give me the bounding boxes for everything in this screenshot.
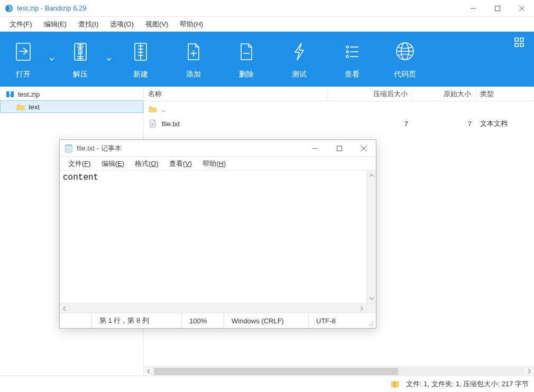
svg-point-26	[346, 55, 348, 58]
resize-grip-icon[interactable]	[365, 313, 376, 328]
notepad-menu-view[interactable]: 查看(V)	[165, 157, 196, 170]
menu-file[interactable]: 文件(F)	[4, 17, 38, 31]
svg-rect-32	[520, 38, 523, 41]
col-name[interactable]: 名称	[144, 87, 328, 101]
minimize-button[interactable]	[461, 0, 485, 17]
col-compressed[interactable]: 压缩后大小	[328, 87, 412, 101]
notepad-text-area[interactable]: content	[60, 171, 366, 303]
svg-point-54	[369, 325, 370, 326]
notepad-close-button[interactable]	[352, 140, 376, 157]
col-original[interactable]: 原始大小	[412, 87, 476, 101]
notepad-status-eol: Windows (CRLF)	[224, 313, 308, 328]
notepad-status-zoom: 100%	[181, 313, 224, 328]
col-type[interactable]: 类型	[476, 87, 534, 101]
toolbar-extract-dropdown[interactable]	[104, 32, 114, 87]
folder-up-icon	[148, 104, 158, 114]
row-up-name: ..	[162, 105, 165, 113]
notepad-menu-file[interactable]: 文件(F)	[64, 157, 95, 170]
svg-point-55	[372, 323, 373, 324]
tree-root-label: test.zip	[18, 90, 40, 98]
svg-rect-34	[520, 43, 523, 46]
notepad-window[interactable]: file.txt - 记事本 文件(F) 编辑(E) 格式(O) 查看(V) 帮…	[59, 139, 376, 329]
menu-view[interactable]: 视图(V)	[140, 17, 173, 31]
svg-point-53	[371, 325, 372, 326]
folder-icon	[16, 102, 25, 111]
vscroll-down-icon[interactable]	[367, 294, 376, 303]
maximize-button[interactable]	[485, 0, 510, 17]
notepad-body: content	[60, 171, 376, 304]
menu-options[interactable]: 选项(O)	[105, 17, 139, 31]
hscroll-right-icon[interactable]	[357, 304, 366, 313]
notepad-status-position: 第 1 行，第 8 列	[91, 313, 181, 328]
notepad-menu-help[interactable]: 帮助(H)	[198, 157, 230, 170]
toolbar-test[interactable]: 测试	[273, 32, 326, 87]
toolbar-open[interactable]: 打开	[0, 32, 47, 87]
new-icon	[130, 38, 151, 64]
toolbar-extract[interactable]: 解压	[57, 32, 104, 87]
svg-rect-49	[337, 146, 342, 151]
svg-rect-42	[394, 381, 396, 387]
notepad-menu-format[interactable]: 格式(O)	[131, 157, 163, 170]
toolbar-apps-icon[interactable]	[514, 37, 527, 50]
toolbar-add[interactable]: 添加	[167, 32, 220, 87]
notepad-menu-edit[interactable]: 编辑(E)	[97, 157, 128, 170]
toolbar-delete[interactable]: 删除	[220, 32, 273, 87]
toolbar-add-label: 添加	[186, 70, 201, 80]
vscroll-up-icon[interactable]	[367, 171, 376, 180]
notepad-title: file.txt - 记事本	[77, 144, 122, 153]
notepad-vscroll[interactable]	[366, 171, 376, 303]
status-text: 文件: 1, 文件夹: 1, 压缩包大小: 217 字节	[406, 379, 529, 389]
hscroll-left-icon[interactable]	[60, 304, 69, 313]
zip-archive-icon: ZIP	[5, 89, 15, 99]
open-icon	[13, 38, 34, 64]
notepad-maximize-button[interactable]	[327, 140, 352, 157]
menu-find[interactable]: 查找(I)	[73, 17, 104, 31]
svg-rect-31	[515, 38, 518, 41]
notepad-menubar: 文件(F) 编辑(E) 格式(O) 查看(V) 帮助(H)	[60, 157, 376, 171]
hscroll-thumb[interactable]	[154, 368, 398, 375]
notepad-status-encoding: UTF-8	[308, 313, 365, 328]
toolbar-view[interactable]: 查看	[326, 32, 379, 87]
list-row-file[interactable]: file.txt 7 7 文本文档	[144, 116, 534, 131]
list-row-up[interactable]: ..	[144, 101, 534, 116]
svg-point-22	[346, 46, 348, 48]
toolbar-delete-label: 删除	[239, 70, 254, 80]
svg-rect-44	[66, 145, 72, 146]
toolbar-codepage-label: 代码页	[394, 70, 416, 80]
menubar: 文件(F) 编辑(E) 查找(I) 选项(O) 视图(V) 帮助(H)	[0, 17, 534, 32]
svg-point-56	[371, 323, 372, 324]
codepage-icon	[394, 38, 416, 64]
menu-edit[interactable]: 编辑(E)	[39, 17, 72, 31]
toolbar-open-label: 打开	[16, 70, 31, 80]
hscroll-right-icon[interactable]	[524, 367, 534, 376]
notepad-scroll-corner	[366, 304, 376, 313]
toolbar-new-label: 新建	[133, 70, 148, 80]
toolbar-view-label: 查看	[345, 70, 360, 80]
notepad-minimize-button[interactable]	[303, 140, 327, 157]
close-button[interactable]	[510, 0, 534, 17]
list-hscroll[interactable]	[144, 366, 534, 376]
toolbar-codepage[interactable]: 代码页	[379, 32, 431, 87]
view-icon	[342, 38, 363, 64]
tree-child-label: text	[29, 103, 40, 111]
menu-help[interactable]: 帮助(H)	[174, 17, 208, 31]
svg-point-24	[346, 51, 348, 53]
toolbar-new[interactable]: 新建	[114, 32, 167, 87]
notepad-titlebar[interactable]: file.txt - 记事本	[60, 140, 376, 157]
notepad-hscroll[interactable]	[60, 304, 376, 313]
vscroll-track[interactable]	[367, 180, 376, 294]
add-icon	[183, 38, 204, 64]
svg-rect-5	[16, 43, 30, 60]
tree-root[interactable]: ZIP test.zip	[0, 88, 143, 100]
tree-child[interactable]: text	[0, 100, 143, 113]
svg-point-52	[372, 325, 373, 326]
hscroll-left-icon[interactable]	[144, 367, 153, 376]
row-file-comp: 7	[328, 120, 412, 128]
svg-text:ZIP: ZIP	[8, 94, 12, 97]
svg-rect-2	[495, 6, 500, 11]
toolbar-open-dropdown[interactable]	[47, 32, 57, 87]
window-title: test.zip - Bandizip 6.29	[17, 4, 87, 12]
notepad-icon	[64, 144, 73, 153]
toolbar-extract-label: 解压	[73, 70, 88, 80]
hscroll-track[interactable]	[154, 368, 524, 375]
